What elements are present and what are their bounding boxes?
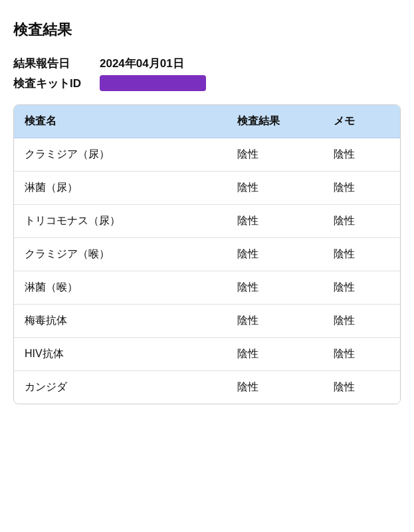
cell-test-memo: 陰性 (323, 305, 400, 338)
cell-test-name: クラミジア（尿） (14, 138, 227, 172)
table-header-row: 検査名 検査結果 メモ (14, 105, 400, 138)
kit-id-row: 検査キットID (13, 75, 401, 91)
table-row: 淋菌（尿）陰性陰性 (14, 172, 400, 205)
cell-test-result: 陰性 (227, 271, 323, 305)
cell-test-memo: 陰性 (323, 371, 400, 404)
cell-test-memo: 陰性 (323, 138, 400, 172)
col-header-result: 検査結果 (227, 105, 323, 138)
cell-test-name: 淋菌（尿） (14, 172, 227, 205)
cell-test-name: 淋菌（喉） (14, 271, 227, 305)
cell-test-memo: 陰性 (323, 338, 400, 371)
cell-test-name: 梅毒抗体 (14, 305, 227, 338)
cell-test-memo: 陰性 (323, 172, 400, 205)
report-date-value: 2024年04月01日 (100, 56, 184, 71)
col-header-memo: メモ (323, 105, 400, 138)
table-row: 梅毒抗体陰性陰性 (14, 305, 400, 338)
cell-test-name: カンジダ (14, 371, 227, 404)
col-header-name: 検査名 (14, 105, 227, 138)
cell-test-memo: 陰性 (323, 271, 400, 305)
report-date-row: 結果報告日 2024年04月01日 (13, 56, 401, 71)
table-row: クラミジア（喉）陰性陰性 (14, 238, 400, 271)
table-row: カンジダ陰性陰性 (14, 371, 400, 404)
cell-test-name: クラミジア（喉） (14, 238, 227, 271)
kit-id-value-redacted (100, 75, 206, 91)
cell-test-result: 陰性 (227, 338, 323, 371)
table-row: 淋菌（喉）陰性陰性 (14, 271, 400, 305)
cell-test-memo: 陰性 (323, 238, 400, 271)
kit-id-label: 検査キットID (13, 76, 100, 91)
cell-test-result: 陰性 (227, 305, 323, 338)
table-row: トリコモナス（尿）陰性陰性 (14, 205, 400, 238)
page-title: 検査結果 (13, 20, 401, 40)
cell-test-memo: 陰性 (323, 205, 400, 238)
results-table: 検査名 検査結果 メモ クラミジア（尿）陰性陰性淋菌（尿）陰性陰性トリコモナス（… (14, 105, 400, 404)
results-table-container: 検査名 検査結果 メモ クラミジア（尿）陰性陰性淋菌（尿）陰性陰性トリコモナス（… (13, 104, 401, 404)
cell-test-result: 陰性 (227, 238, 323, 271)
cell-test-name: トリコモナス（尿） (14, 205, 227, 238)
cell-test-result: 陰性 (227, 138, 323, 172)
report-date-label: 結果報告日 (13, 56, 100, 71)
cell-test-result: 陰性 (227, 371, 323, 404)
cell-test-result: 陰性 (227, 172, 323, 205)
cell-test-result: 陰性 (227, 205, 323, 238)
table-row: クラミジア（尿）陰性陰性 (14, 138, 400, 172)
cell-test-name: HIV抗体 (14, 338, 227, 371)
table-row: HIV抗体陰性陰性 (14, 338, 400, 371)
